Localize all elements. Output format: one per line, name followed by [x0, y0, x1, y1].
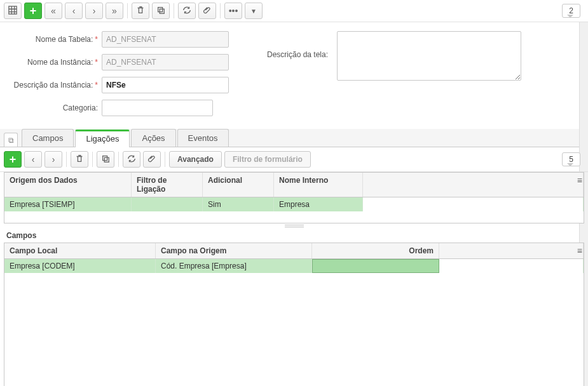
- col-campo-local[interactable]: Campo Local: [4, 243, 156, 258]
- ellipsis-icon: •••: [229, 6, 238, 16]
- tab-eventos[interactable]: Eventos: [177, 129, 229, 147]
- table-row[interactable]: Empresa [CODEM] Cód. Empresa [Empresa]: [4, 259, 584, 273]
- cell-origem: Empresa [TSIEMP]: [4, 197, 132, 211]
- refresh-button[interactable]: [178, 3, 196, 19]
- sub-attach-button[interactable]: [143, 151, 161, 168]
- dropdown-button[interactable]: ▼: [245, 3, 263, 19]
- label-nome-tabela: Nome da Tabela:*: [6, 35, 102, 44]
- label-categoria: Categoria:: [6, 103, 102, 112]
- sub-record-count-badge[interactable]: 5: [562, 152, 580, 166]
- plus-icon: +: [10, 153, 17, 166]
- categoria-field[interactable]: [102, 100, 213, 116]
- cell-empty: [363, 197, 584, 211]
- next-button[interactable]: ›: [85, 3, 103, 19]
- copy-icon: ⧉: [8, 136, 14, 145]
- cell-campo-origem: Cód. Empresa [Empresa]: [156, 259, 312, 273]
- chevron-left-icon: ‹: [72, 6, 76, 16]
- cell-filtro: [132, 197, 203, 211]
- plus-icon: +: [30, 4, 37, 18]
- last-button[interactable]: »: [106, 3, 123, 19]
- grid-header: Campo Local Campo na Origem Ordem: [4, 243, 584, 259]
- prev-button[interactable]: ‹: [65, 3, 83, 19]
- cell-adicional: Sim: [203, 197, 274, 211]
- refresh-icon: [127, 154, 136, 165]
- sub-next-button[interactable]: ›: [44, 151, 62, 168]
- sub-delete-button[interactable]: [71, 151, 88, 168]
- grid-menu-icon[interactable]: ≡: [577, 175, 582, 185]
- record-count-badge[interactable]: 2: [562, 4, 580, 18]
- paperclip-icon: [147, 154, 156, 165]
- svg-rect-3: [103, 156, 107, 160]
- splitter-handle-icon: [285, 225, 304, 227]
- desc-tela-field[interactable]: [337, 31, 521, 81]
- nome-tabela-field[interactable]: [102, 31, 229, 48]
- splitter[interactable]: [0, 223, 588, 229]
- table-row[interactable]: Empresa [TSIEMP] Sim Empresa: [4, 197, 584, 211]
- section-title-campos: Campos: [0, 229, 588, 243]
- sub-toolbar: + ‹ › Avançado Filtro de formulário 5: [0, 147, 588, 172]
- chevron-right-icon: ›: [52, 154, 55, 164]
- grid-header: Origem dos Dados Filtro de Ligação Adici…: [4, 173, 584, 197]
- col-empty: [439, 243, 584, 258]
- col-origem-dados[interactable]: Origem dos Dados: [4, 173, 132, 197]
- cell-ordem[interactable]: [312, 259, 439, 273]
- label-desc-tela: Descrição da tela:: [267, 31, 332, 123]
- nome-instancia-field[interactable]: [102, 54, 229, 70]
- paperclip-icon: [203, 6, 212, 17]
- col-nome-interno[interactable]: Nome Interno: [274, 173, 363, 197]
- attach-button[interactable]: [198, 3, 216, 19]
- cell-empty: [439, 259, 584, 273]
- label-nome-instancia: Nome da Instância:*: [6, 58, 102, 67]
- tab-campos[interactable]: Campos: [22, 129, 74, 147]
- double-chevron-right-icon: »: [112, 6, 117, 16]
- sub-copy-button[interactable]: [97, 151, 114, 168]
- avancado-button[interactable]: Avançado: [169, 151, 222, 168]
- first-button[interactable]: «: [44, 3, 62, 19]
- tab-acoes[interactable]: Ações: [131, 129, 175, 147]
- grid-view-button[interactable]: [4, 3, 22, 19]
- col-empty: [363, 173, 584, 197]
- tabstrip: ⧉ Campos Ligações Ações Eventos: [0, 129, 588, 147]
- svg-rect-1: [158, 7, 163, 11]
- separator: [127, 3, 128, 18]
- grid-icon: [8, 6, 17, 17]
- delete-button[interactable]: [132, 3, 149, 19]
- copy-button[interactable]: [152, 3, 170, 19]
- svg-rect-0: [9, 6, 17, 13]
- col-adicional[interactable]: Adicional: [203, 173, 274, 197]
- separator: [92, 152, 93, 167]
- trash-icon: [136, 6, 145, 17]
- separator: [66, 152, 67, 167]
- separator: [118, 152, 119, 167]
- sub-prev-button[interactable]: ‹: [24, 151, 42, 168]
- tab-copy-button[interactable]: ⧉: [4, 133, 18, 147]
- separator: [165, 152, 165, 167]
- cell-campo-local: Empresa [CODEM]: [4, 259, 156, 273]
- sub-refresh-button[interactable]: [123, 151, 140, 168]
- copy-icon: [101, 154, 110, 165]
- label-desc-instancia: Descrição da Instância:*: [6, 81, 102, 90]
- col-campo-origem[interactable]: Campo na Origem: [156, 243, 312, 258]
- chevron-down-icon: ▼: [250, 8, 257, 15]
- tab-ligacoes[interactable]: Ligações: [75, 130, 130, 147]
- refresh-icon: [182, 6, 191, 17]
- grid-ligacoes: ≡ Origem dos Dados Filtro de Ligação Adi…: [4, 172, 584, 223]
- separator: [220, 3, 221, 18]
- form-area: Nome da Tabela:* Nome da Instância:* Des…: [0, 22, 588, 129]
- top-toolbar: + « ‹ › » ••• ▼ 2: [0, 0, 588, 22]
- grid-menu-icon[interactable]: ≡: [577, 246, 582, 256]
- more-button[interactable]: •••: [224, 3, 242, 19]
- grid-campos: ≡ Campo Local Campo na Origem Ordem Empr…: [4, 243, 584, 386]
- col-ordem[interactable]: Ordem: [312, 243, 439, 258]
- sub-add-button[interactable]: +: [4, 151, 22, 168]
- svg-rect-2: [160, 9, 164, 13]
- double-chevron-left-icon: «: [51, 6, 56, 16]
- col-filtro-ligacao[interactable]: Filtro de Ligação: [132, 173, 203, 197]
- desc-instancia-field[interactable]: [102, 77, 229, 93]
- chevron-left-icon: ‹: [32, 154, 35, 164]
- copy-icon: [156, 6, 165, 17]
- add-button[interactable]: +: [24, 3, 42, 19]
- trash-icon: [75, 154, 84, 165]
- separator: [174, 3, 174, 18]
- filtro-formulario-button[interactable]: Filtro de formulário: [224, 151, 311, 168]
